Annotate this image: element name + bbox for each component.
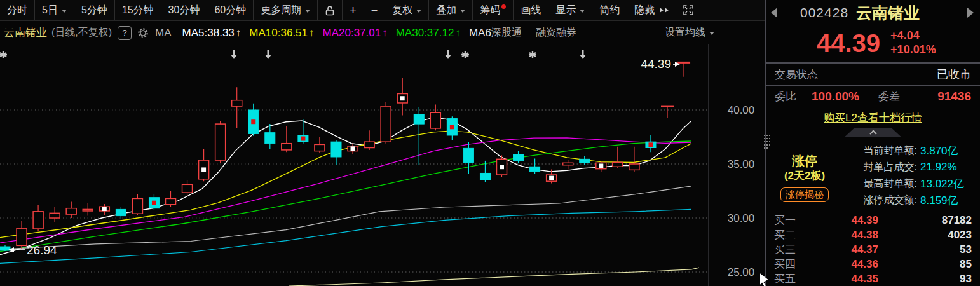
white-flag-marker: [549, 176, 554, 180]
candle[interactable]: [99, 204, 109, 215]
candle[interactable]: [199, 149, 209, 181]
next-stock-button[interactable]: [967, 8, 974, 18]
collapse-tab[interactable]: [845, 128, 901, 137]
red-flag-marker: [251, 119, 255, 124]
bid-level-3[interactable]: 买三44.3753: [766, 242, 980, 257]
limit-up-tag-block: 涨停 (2天2板) 涨停揭秘: [766, 137, 843, 210]
limit-up-reveal-button[interactable]: 涨停揭秘: [780, 187, 829, 202]
ma-line-MA250: [289, 268, 699, 286]
y-axis-label: 40.00: [728, 104, 755, 116]
white-flag-marker: [400, 96, 405, 100]
bid-level-2[interactable]: 买二44.384023: [766, 228, 980, 242]
quote-header: 002428 云南锗业: [766, 0, 980, 25]
stock-name: 云南锗业: [856, 3, 920, 24]
weibi-value: 100.00%: [812, 90, 859, 104]
candle[interactable]: [66, 202, 76, 219]
stat-row: 当前封单额:3.870亿: [843, 142, 980, 159]
candle[interactable]: [430, 105, 440, 131]
white-flag-marker: [500, 165, 504, 169]
candle[interactable]: [315, 137, 325, 154]
candle[interactable]: [677, 62, 690, 76]
candle[interactable]: [629, 147, 639, 172]
candle[interactable]: [33, 205, 43, 231]
candle[interactable]: [331, 140, 341, 165]
ma-line-MA30: [0, 141, 691, 252]
candle[interactable]: [50, 207, 60, 222]
stock-code: 002428: [800, 5, 848, 20]
candle[interactable]: [215, 121, 226, 163]
candle[interactable]: [613, 147, 623, 168]
weibi-label: 委比: [775, 89, 796, 104]
limit-up-section: 涨停 (2天2板) 涨停揭秘 当前封单额:3.870亿 封单占成交:21.92%…: [766, 137, 980, 210]
event-down-arrow-icon: [265, 50, 271, 59]
stat-row: 封单占成交:21.92%: [843, 159, 980, 175]
ma-line-MA20: [0, 138, 691, 243]
price-block: 44.39 +4.04 +10.01%: [766, 25, 980, 61]
weicha-value: 91436: [900, 90, 971, 104]
event-down-arrow-icon: [231, 50, 237, 59]
weibi-row: 委比 100.00% 委差 91436: [766, 86, 980, 107]
candle[interactable]: [381, 102, 391, 144]
white-flag-marker: [201, 167, 206, 172]
bid-level-1[interactable]: 买一44.3987182: [766, 213, 980, 228]
candle[interactable]: [166, 191, 176, 208]
event-star-icon: [0, 51, 7, 58]
candle[interactable]: [116, 207, 126, 219]
trade-status-value: 已收市: [937, 67, 971, 82]
collapse-tab-row: [766, 128, 980, 137]
candle[interactable]: [0, 245, 10, 252]
ma-line-MA10: [0, 131, 691, 237]
candle[interactable]: [646, 135, 656, 152]
l2-link-row: 购买L2查看十档行情: [766, 107, 980, 128]
event-down-arrow-icon: [580, 50, 586, 59]
white-flag-marker: [102, 207, 107, 211]
candle[interactable]: [83, 203, 93, 215]
bid-level-4[interactable]: 买四44.3685: [766, 257, 980, 271]
quote-panel: 002428 云南锗业 44.39 +4.04 +10.01% 交易状态 已收市…: [765, 0, 980, 286]
stock-chart-app: 分时 5日 5分钟 15分钟 30分钟 60分钟 更多周期 + − 复权 叠加 …: [0, 0, 980, 286]
candle[interactable]: [348, 144, 358, 154]
last-price: 44.39: [817, 29, 880, 58]
bid-level-5[interactable]: 买五44.3593: [766, 271, 980, 286]
white-flag-marker: [351, 146, 355, 151]
price-change-percent: +10.01%: [890, 43, 936, 56]
candle[interactable]: [149, 194, 159, 211]
y-axis-label: 30.00: [728, 212, 755, 224]
candle[interactable]: [514, 151, 524, 163]
prev-stock-button[interactable]: [771, 8, 777, 18]
candle[interactable]: [298, 119, 308, 143]
red-flag-marker: [301, 137, 305, 141]
candle[interactable]: [596, 161, 606, 172]
l2-upgrade-link[interactable]: 购买L2查看十档行情: [824, 111, 922, 125]
stat-row: 涨停成交额:8.159亿: [843, 192, 980, 208]
price-change-block: +4.04 +10.01%: [890, 29, 936, 57]
trade-status-row: 交易状态 已收市: [766, 62, 980, 86]
candle[interactable]: [248, 104, 259, 136]
candle[interactable]: [530, 159, 540, 174]
candle[interactable]: [447, 116, 457, 140]
limit-up-tag: 涨停: [792, 153, 817, 168]
ma-line-MA5: [0, 118, 691, 255]
candle[interactable]: [232, 87, 242, 128]
red-flag-marker: [450, 125, 454, 129]
low-price-annotation: 26.94: [27, 243, 57, 257]
chevron-up-icon: [869, 130, 876, 137]
y-axis-label: 35.00: [728, 158, 755, 170]
candle[interactable]: [364, 130, 374, 150]
candle[interactable]: [563, 160, 573, 169]
weicha-label: 委差: [878, 89, 900, 104]
y-axis-label: 25.00: [728, 266, 755, 278]
candle[interactable]: [17, 221, 27, 249]
candle[interactable]: [463, 142, 473, 174]
candle[interactable]: [661, 106, 674, 118]
candlestick-chart[interactable]: 40.0035.0030.0025.0044.3926.94: [0, 0, 763, 286]
white-flag-marker: [599, 163, 603, 168]
trade-status-label: 交易状态: [775, 67, 818, 82]
limit-up-boards: (2天2板): [784, 168, 825, 183]
candle[interactable]: [282, 126, 292, 153]
event-down-arrow-icon: [445, 50, 451, 59]
candle[interactable]: [132, 194, 142, 215]
panel-drag-handle[interactable]: [764, 135, 770, 151]
event-star-icon: [461, 51, 469, 58]
latest-price-annotation: 44.39: [641, 57, 671, 71]
